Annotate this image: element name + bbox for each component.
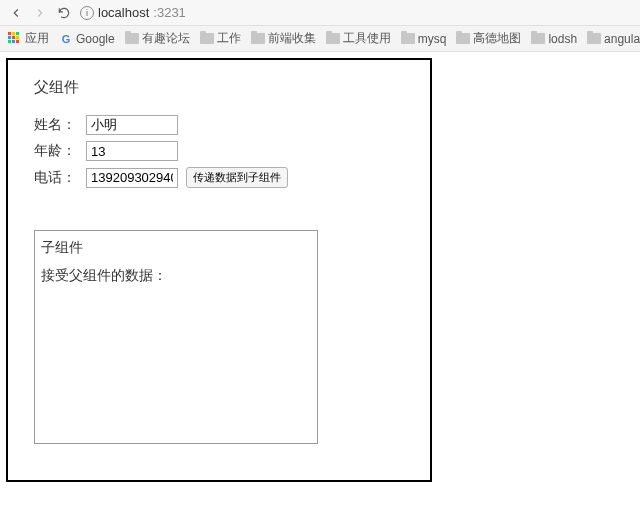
form-row-age: 年龄：: [34, 141, 404, 161]
folder-icon: [531, 33, 545, 44]
send-to-child-button[interactable]: 传递数据到子组件: [186, 167, 288, 188]
folder-icon: [125, 33, 139, 44]
apps-icon: [8, 32, 22, 46]
reload-icon: [57, 6, 71, 20]
form-row-phone: 电话： 传递数据到子组件: [34, 167, 404, 188]
forward-button[interactable]: [32, 5, 48, 21]
folder-icon: [251, 33, 265, 44]
age-input[interactable]: [86, 141, 178, 161]
bookmark-folder-3[interactable]: 前端收集: [251, 30, 316, 47]
bookmark-label: 前端收集: [268, 30, 316, 47]
parent-title: 父组件: [34, 78, 404, 97]
bookmark-label: 高德地图: [473, 30, 521, 47]
reload-button[interactable]: [56, 5, 72, 21]
apps-button[interactable]: 应用: [8, 30, 49, 47]
back-button[interactable]: [8, 5, 24, 21]
name-input[interactable]: [86, 115, 178, 135]
arrow-right-icon: [33, 6, 47, 20]
url-host: localhost: [98, 5, 149, 20]
page-content: 父组件 姓名： 年龄： 电话： 传递数据到子组件 子组件 接受父组件的数据：: [0, 52, 640, 488]
folder-icon: [326, 33, 340, 44]
bookmark-label: 工具使用: [343, 30, 391, 47]
bookmark-label: angular: [604, 32, 640, 46]
arrow-left-icon: [9, 6, 23, 20]
bookmark-folder-4[interactable]: 工具使用: [326, 30, 391, 47]
url-port: :3231: [153, 5, 186, 20]
google-icon: G: [59, 32, 73, 46]
browser-toolbar: i localhost:3231: [0, 0, 640, 26]
bookmark-folder-5[interactable]: mysq: [401, 32, 447, 46]
bookmark-label: lodsh: [548, 32, 577, 46]
info-icon: i: [80, 6, 94, 20]
bookmark-folder-2[interactable]: 工作: [200, 30, 241, 47]
folder-icon: [456, 33, 470, 44]
bookmark-folder-6[interactable]: 高德地图: [456, 30, 521, 47]
parent-component: 父组件 姓名： 年龄： 电话： 传递数据到子组件 子组件 接受父组件的数据：: [6, 58, 432, 482]
bookmark-folder-8[interactable]: angular: [587, 32, 640, 46]
phone-label: 电话：: [34, 169, 78, 187]
child-title: 子组件: [41, 239, 311, 257]
bookmark-folder-1[interactable]: 有趣论坛: [125, 30, 190, 47]
name-label: 姓名：: [34, 116, 78, 134]
form-row-name: 姓名：: [34, 115, 404, 135]
child-received-label: 接受父组件的数据：: [41, 267, 311, 285]
url-bar[interactable]: i localhost:3231: [80, 5, 632, 20]
bookmark-label: mysq: [418, 32, 447, 46]
bookmark-folder-7[interactable]: lodsh: [531, 32, 577, 46]
phone-input[interactable]: [86, 168, 178, 188]
age-label: 年龄：: [34, 142, 78, 160]
child-component: 子组件 接受父组件的数据：: [34, 230, 318, 444]
bookmark-label: 有趣论坛: [142, 30, 190, 47]
bookmark-label: 工作: [217, 30, 241, 47]
bookmark-google[interactable]: G Google: [59, 32, 115, 46]
bookmark-label: Google: [76, 32, 115, 46]
bookmarks-bar: 应用 G Google 有趣论坛 工作 前端收集 工具使用 mysq 高德地图 …: [0, 26, 640, 52]
folder-icon: [401, 33, 415, 44]
folder-icon: [200, 33, 214, 44]
apps-label: 应用: [25, 30, 49, 47]
folder-icon: [587, 33, 601, 44]
